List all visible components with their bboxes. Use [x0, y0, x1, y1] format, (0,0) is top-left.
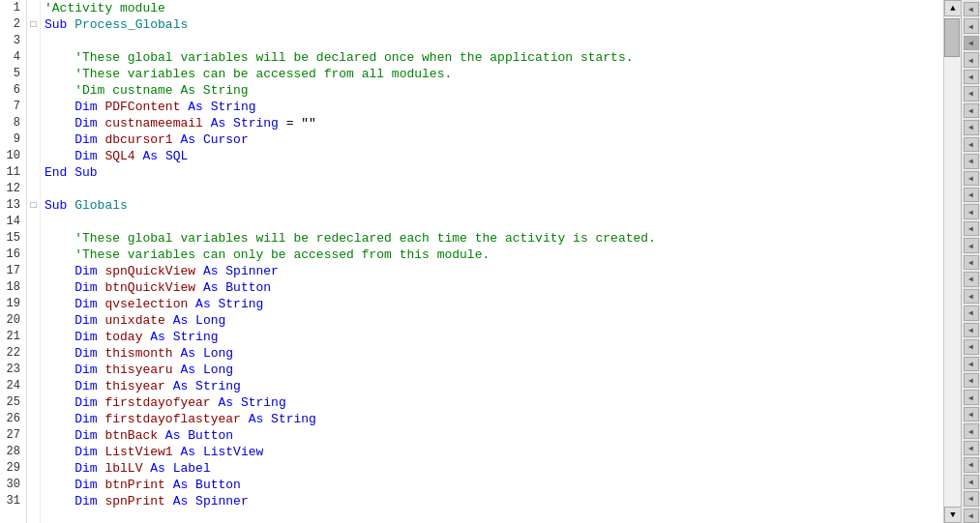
scroll-thumb[interactable] — [944, 18, 960, 57]
side-icon-16[interactable]: ◀ — [964, 255, 979, 270]
code-line-21: Dim today As String — [45, 329, 943, 345]
line-number-4: 4 — [4, 49, 20, 66]
side-icon-28[interactable]: ◀ — [964, 457, 979, 472]
line-number-18: 18 — [4, 279, 20, 296]
code-line-2: Sub Process_Globals — [45, 16, 943, 33]
collapse-marker-5 — [27, 66, 40, 82]
line-number-22: 22 — [4, 345, 20, 362]
line-number-16: 16 — [4, 247, 20, 263]
code-content[interactable]: 'Activity moduleSub Process_Globals 'The… — [41, 0, 943, 523]
side-icon-18[interactable]: ◀ — [964, 289, 979, 304]
collapse-marker-30 — [27, 477, 40, 493]
collapse-marker-28 — [27, 444, 40, 460]
side-icon-25[interactable]: ◀ — [964, 407, 979, 421]
side-icon-19[interactable]: ◀ — [964, 305, 979, 320]
code-line-6: 'Dim custname As String — [45, 82, 943, 99]
collapse-marker-13[interactable]: □ — [27, 197, 40, 214]
collapse-marker-22 — [27, 345, 40, 362]
scroll-up-button[interactable]: ▲ — [944, 0, 962, 16]
collapse-marker-11 — [27, 164, 40, 181]
collapse-marker-12 — [27, 181, 40, 197]
side-icon-30[interactable]: ◀ — [964, 491, 979, 506]
side-icon-11[interactable]: ◀ — [964, 171, 979, 186]
line-number-30: 30 — [4, 477, 20, 493]
collapse-marker-19 — [27, 296, 40, 312]
code-line-5: 'These variables can be accessed from al… — [45, 66, 943, 82]
collapse-marker-18 — [27, 279, 40, 296]
collapse-marker-29 — [27, 460, 40, 477]
side-icon-1[interactable]: ◀ — [964, 2, 979, 16]
side-icon-27[interactable]: ◀ — [964, 441, 979, 455]
side-icon-3[interactable]: ◀ — [964, 36, 979, 50]
collapse-marker-27 — [27, 427, 40, 444]
side-icon-9[interactable]: ◀ — [964, 137, 979, 152]
code-line-29: Dim lblLV As Label — [45, 460, 943, 477]
collapse-marker-1 — [27, 0, 40, 16]
side-icon-21[interactable]: ◀ — [964, 339, 979, 354]
collapse-marker-2[interactable]: □ — [27, 16, 40, 33]
side-icon-2[interactable]: ◀ — [964, 18, 979, 33]
side-icon-31[interactable]: ◀ — [964, 508, 979, 523]
line-number-19: 19 — [4, 296, 20, 312]
scroll-down-button[interactable]: ▼ — [944, 507, 962, 523]
side-icon-24[interactable]: ◀ — [964, 390, 979, 404]
line-number-23: 23 — [4, 362, 20, 378]
side-icon-22[interactable]: ◀ — [964, 357, 979, 371]
side-icon-23[interactable]: ◀ — [964, 373, 979, 388]
collapse-marker-4 — [27, 49, 40, 66]
line-number-29: 29 — [4, 460, 20, 477]
side-icon-12[interactable]: ◀ — [964, 188, 979, 202]
collapse-marker-25 — [27, 394, 40, 411]
side-icon-5[interactable]: ◀ — [964, 70, 979, 84]
code-line-28: Dim ListView1 As ListView — [45, 444, 943, 460]
code-line-14 — [45, 214, 943, 230]
line-number-25: 25 — [4, 394, 20, 411]
line-number-2: 2 — [4, 16, 20, 33]
side-icon-29[interactable]: ◀ — [964, 475, 979, 489]
side-icon-10[interactable]: ◀ — [964, 154, 979, 168]
line-number-1: 1 — [4, 0, 20, 16]
collapse-marker-20 — [27, 312, 40, 329]
line-number-28: 28 — [4, 444, 20, 460]
code-line-13: Sub Globals — [45, 197, 943, 214]
side-icon-17[interactable]: ◀ — [964, 272, 979, 286]
vertical-scrollbar[interactable]: ▲ ▼ — [943, 0, 961, 523]
code-line-8: Dim custnameemail As String = "" — [45, 115, 943, 131]
line-number-8: 8 — [4, 115, 20, 131]
collapse-marker-10 — [27, 148, 40, 164]
collapse-marker-21 — [27, 329, 40, 345]
code-line-20: Dim unixdate As Long — [45, 312, 943, 329]
code-line-3 — [45, 33, 943, 49]
code-line-24: Dim thisyear As String — [45, 378, 943, 394]
line-number-6: 6 — [4, 82, 20, 99]
side-icon-4[interactable]: ◀ — [964, 52, 979, 67]
side-icon-7[interactable]: ◀ — [964, 103, 979, 118]
line-number-27: 27 — [4, 427, 20, 444]
side-icon-8[interactable]: ◀ — [964, 120, 979, 134]
code-line-11: End Sub — [45, 164, 943, 181]
code-line-7: Dim PDFContent As String — [45, 99, 943, 115]
side-icon-14[interactable]: ◀ — [964, 221, 979, 236]
line-number-10: 10 — [4, 148, 20, 164]
side-icon-26[interactable]: ◀ — [964, 423, 979, 438]
side-icon-13[interactable]: ◀ — [964, 204, 979, 218]
code-line-4: 'These global variables will be declared… — [45, 49, 943, 66]
line-number-26: 26 — [4, 411, 20, 427]
code-line-23: Dim thisyearu As Long — [45, 362, 943, 378]
collapse-marker-23 — [27, 362, 40, 378]
code-line-18: Dim btnQuickView As Button — [45, 279, 943, 296]
scroll-track[interactable] — [944, 16, 961, 507]
side-icon-15[interactable]: ◀ — [964, 238, 979, 252]
collapse-marker-16 — [27, 247, 40, 263]
code-line-26: Dim firstdayoflastyear As String — [45, 411, 943, 427]
collapse-marker-9 — [27, 131, 40, 148]
line-number-9: 9 — [4, 131, 20, 148]
side-icon-6[interactable]: ◀ — [964, 86, 979, 101]
collapse-marker-15 — [27, 230, 40, 247]
line-numbers: 1234567891011121314151617181920212223242… — [0, 0, 27, 523]
side-icon-20[interactable]: ◀ — [964, 323, 979, 337]
line-number-21: 21 — [4, 329, 20, 345]
collapse-column: □□ — [27, 0, 41, 523]
line-number-31: 31 — [4, 493, 20, 509]
line-number-5: 5 — [4, 66, 20, 82]
